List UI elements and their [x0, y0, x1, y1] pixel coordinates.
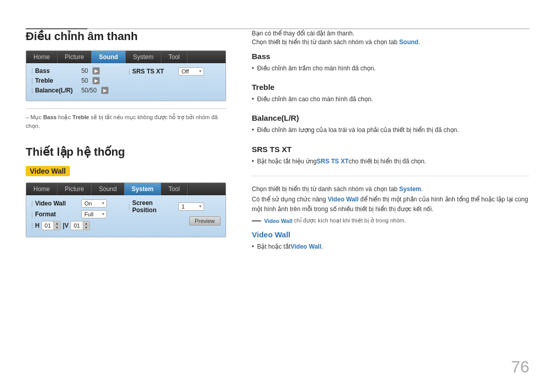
sound-intro2: Chọn thiết bị hiển thị từ danh sách nhóm…	[252, 39, 529, 46]
video-wall-badge: Video Wall	[26, 166, 70, 176]
sys-tab-system[interactable]: System	[124, 183, 161, 195]
bass-value: 50	[81, 67, 88, 74]
videowall-intro-highlight: Video Wall	[328, 196, 359, 203]
balance-row: | Balance(L/R) 50/50 ▶	[31, 87, 123, 94]
system-panel-header: Home Picture Sound System Tool	[26, 183, 226, 195]
videowall-section: Video Wall Bật hoặc tắt Video Wall.	[252, 230, 529, 252]
videowall-bullet-highlight: Video Wall	[290, 242, 321, 252]
balance-label: Balance(L/R)	[35, 87, 81, 94]
tab-sound[interactable]: Sound	[91, 51, 125, 63]
h-increment[interactable]: ▲	[54, 221, 60, 226]
srs-highlight: SRS TS XT	[317, 157, 348, 166]
sys-tab-highlight: System	[399, 185, 421, 193]
system-panel-body: | Video Wall On | Format Full |	[26, 195, 226, 237]
treble-section: Treble Điều chỉnh âm cao cho màn hình đã…	[252, 83, 529, 104]
treble-arrow[interactable]: ▶	[92, 77, 100, 84]
h-stepper[interactable]: 01 ▲ ▼	[42, 221, 61, 230]
sound-ui-panel: Home Picture Sound System Tool | Bass 50	[26, 50, 226, 101]
tab-home[interactable]: Home	[26, 51, 58, 63]
balance-value: 50/50	[81, 87, 97, 94]
system-ui-panel: Home Picture Sound System Tool | Video W…	[26, 182, 226, 237]
videowall-dropdown[interactable]: On	[81, 199, 107, 208]
bass-label: Bass	[35, 67, 81, 74]
screenpos-row: | Screen Position 1	[128, 199, 220, 214]
preview-row: Preview	[128, 216, 220, 226]
screenpos-label: Screen Position	[132, 199, 178, 214]
right-panel: Bạn có thể thay đổi cài đặt âm thanh. Ch…	[242, 21, 529, 371]
sys-intro1: Chọn thiết bị hiển thị từ danh sách nhóm…	[252, 185, 529, 193]
treble-label: Treble	[35, 77, 81, 84]
system-right-content: Chọn thiết bị hiển thị từ danh sách nhóm…	[252, 185, 529, 252]
page-number: 76	[511, 358, 529, 377]
srs-dropdown[interactable]: Off	[178, 67, 204, 76]
srs-bullet: Bật hoặc tắt hiệu ứng SRS TS XT cho thiế…	[252, 157, 529, 166]
top-line	[26, 28, 529, 29]
bass-bullet: Điều chỉnh âm trầm cho màn hình đã chọn.	[252, 64, 529, 73]
videowall-note: Video Wall chỉ được kích hoạt khi thiết …	[252, 217, 529, 224]
bass-arrow[interactable]: ▶	[92, 67, 100, 74]
tab-tool[interactable]: Tool	[161, 51, 188, 63]
preview-button[interactable]: Preview	[189, 216, 220, 226]
section2-title: Thiết lập hệ thống	[26, 145, 226, 159]
v-increment[interactable]: ▲	[83, 221, 89, 226]
left-panel: Điều chỉnh âm thanh Home Picture Sound S…	[26, 21, 242, 371]
srs-section-title: SRS TS XT	[252, 145, 529, 154]
videowall-section-title: Video Wall	[252, 230, 529, 239]
sys-intro2: Có thể sử dụng chức năng Video Wall để h…	[252, 195, 529, 214]
balance-arrow[interactable]: ▶	[101, 87, 108, 94]
h-label: H	[35, 222, 40, 229]
v-decrement[interactable]: ▼	[83, 226, 89, 230]
v-label: |V	[63, 222, 68, 229]
videowall-bullet: Bật hoặc tắt Video Wall.	[252, 242, 529, 252]
sound-tab-highlight: Sound	[399, 39, 418, 46]
sound-panel-header: Home Picture Sound System Tool	[26, 51, 226, 63]
treble-row: | Treble 50 ▶	[31, 77, 123, 84]
sound-note: – Mục Bass hoặc Treble sẽ bị tắt nếu mục…	[26, 108, 226, 130]
right-divider	[252, 176, 529, 176]
sys-tab-tool[interactable]: Tool	[161, 183, 188, 195]
balance-section-title: Balance(L/R)	[252, 114, 529, 122]
balance-section: Balance(L/R) Điều chỉnh âm lượng của loa…	[252, 114, 529, 135]
section1-title: Điều chỉnh âm thanh	[26, 30, 226, 43]
srs-label: SRS TS XT	[132, 68, 178, 75]
tab-system[interactable]: System	[126, 51, 161, 63]
srs-row: | SRS TS XT Off	[128, 67, 220, 76]
sys-tab-home[interactable]: Home	[26, 183, 58, 195]
bass-section-title: Bass	[252, 52, 529, 61]
screenpos-dropdown[interactable]: 1	[178, 202, 204, 211]
sys-tab-picture[interactable]: Picture	[58, 183, 91, 195]
sound-right-content: Bạn có thể thay đổi cài đặt âm thanh. Ch…	[252, 30, 529, 166]
sound-panel-body: | Bass 50 ▶ | Treble 50 ▶	[26, 63, 226, 101]
srs-section: SRS TS XT Bật hoặc tắt hiệu ứng SRS TS X…	[252, 145, 529, 166]
format-row: | Format Full	[31, 210, 123, 218]
treble-section-title: Treble	[252, 83, 529, 91]
sound-intro1: Bạn có thể thay đổi cài đặt âm thanh.	[252, 30, 529, 37]
sys-tab-sound[interactable]: Sound	[91, 183, 124, 195]
v-value: 01	[71, 222, 82, 229]
treble-value: 50	[81, 77, 88, 84]
treble-bullet: Điều chỉnh âm cao cho màn hình đã chọn.	[252, 95, 529, 104]
bass-section: Bass Điều chỉnh âm trầm cho màn hình đã …	[252, 52, 529, 73]
videowall-note-text: Video Wall	[264, 218, 292, 224]
tab-picture[interactable]: Picture	[58, 51, 91, 63]
balance-bullet: Điều chỉnh âm lượng của loa trái và loa …	[252, 125, 529, 135]
h-value: 01	[42, 222, 53, 229]
h-decrement[interactable]: ▼	[54, 226, 60, 230]
v-stepper[interactable]: 01 ▲ ▼	[70, 221, 89, 230]
format-label: Format	[35, 211, 81, 218]
format-dropdown[interactable]: Full	[81, 210, 107, 218]
h-row: | H 01 ▲ ▼ |V	[31, 221, 123, 230]
bass-row: | Bass 50 ▶	[31, 67, 123, 74]
videowall-row: | Video Wall On	[31, 199, 123, 208]
videowall-label: Video Wall	[35, 200, 81, 207]
